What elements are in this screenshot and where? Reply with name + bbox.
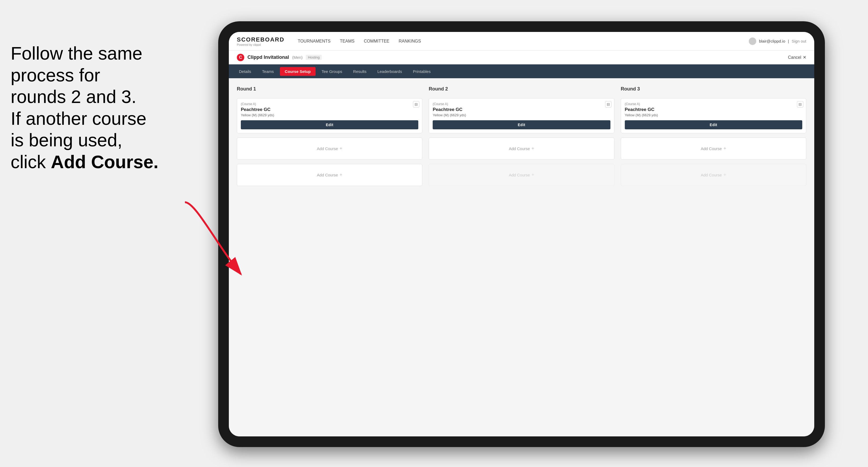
nav-links: TOURNAMENTS TEAMS COMMITTEE RANKINGS: [298, 39, 749, 44]
instruction-line4: If another course: [11, 108, 146, 128]
round-3-add-plus-2: +: [723, 172, 726, 178]
round-2-title: Round 2: [429, 86, 614, 92]
round-1-course-name: Peachtree GC: [241, 107, 418, 112]
sub-header: C Clippd Invitational (Men) Hosting Canc…: [229, 51, 814, 64]
round-2-delete-icon[interactable]: ⊟: [605, 101, 612, 107]
instruction-line5: is being used,: [11, 130, 122, 150]
nav-right: blair@clippd.io | Sign out: [749, 37, 806, 45]
nav-separator: |: [788, 39, 789, 43]
round-2-add-course-2: Add Course +: [429, 164, 614, 186]
round-2-course-card: ⊟ (Course A) Peachtree GC Yellow (M) (66…: [429, 98, 614, 133]
round-2-course-details: Yellow (M) (6629 yds): [433, 113, 610, 117]
top-navigation: SCOREBOARD Powered by clippd TOURNAMENTS…: [229, 32, 814, 51]
round-3-add-course-label-1: Add Course: [701, 146, 722, 151]
round-3-add-course-1[interactable]: Add Course +: [621, 137, 806, 160]
cancel-icon[interactable]: ✕: [803, 55, 806, 60]
user-avatar: [749, 37, 756, 45]
hosting-badge: Hosting: [306, 55, 322, 60]
round-2-course-name: Peachtree GC: [433, 107, 610, 112]
tab-results[interactable]: Results: [348, 67, 371, 76]
nav-committee[interactable]: COMMITTEE: [364, 39, 389, 44]
tab-printables[interactable]: Printables: [408, 67, 436, 76]
tournament-info: C Clippd Invitational (Men) Hosting: [237, 54, 322, 61]
round-3-course-label: (Course A): [625, 102, 802, 106]
round-1-add-plus-2: +: [340, 172, 342, 178]
instruction-line3: rounds 2 and 3.: [11, 87, 136, 107]
instruction-line1: Follow the same: [11, 43, 142, 63]
tournament-gender: (Men): [292, 55, 303, 60]
round-1-edit-button[interactable]: Edit: [241, 120, 418, 129]
rounds-container: Round 1 ⊟ (Course A) Peachtree GC Yellow…: [237, 86, 806, 186]
round-1-add-course-1[interactable]: Add Course +: [237, 137, 422, 160]
clippd-logo: C: [237, 54, 244, 61]
round-3-add-course-2: Add Course +: [621, 164, 806, 186]
round-1-add-course-label-1: Add Course: [317, 146, 338, 151]
round-2-add-plus-1: +: [531, 146, 534, 151]
round-1-course-label: (Course A): [241, 102, 418, 106]
round-2-column: Round 2 ⊟ (Course A) Peachtree GC Yellow…: [429, 86, 614, 186]
round-2-add-course-1[interactable]: Add Course +: [429, 137, 614, 160]
round-3-course-name: Peachtree GC: [625, 107, 802, 112]
round-1-delete-icon[interactable]: ⊟: [413, 101, 420, 107]
tab-bar: Details Teams Course Setup Tee Groups Re…: [229, 64, 814, 78]
round-1-title: Round 1: [237, 86, 422, 92]
round-3-title: Round 3: [621, 86, 806, 92]
round-1-add-course-2[interactable]: Add Course +: [237, 164, 422, 186]
round-3-column: Round 3 ⊟ (Course A) Peachtree GC Yellow…: [621, 86, 806, 186]
round-2-add-course-label-1: Add Course: [509, 146, 530, 151]
nav-rankings[interactable]: RANKINGS: [399, 39, 421, 44]
nav-teams[interactable]: TEAMS: [340, 39, 354, 44]
round-2-add-plus-2: +: [531, 172, 534, 178]
logo-area: SCOREBOARD Powered by clippd: [237, 36, 284, 46]
tab-leaderboards[interactable]: Leaderboards: [373, 67, 407, 76]
round-3-edit-button[interactable]: Edit: [625, 120, 802, 129]
tab-tee-groups[interactable]: Tee Groups: [317, 67, 347, 76]
logo-text: SCOREBOARD: [237, 36, 284, 43]
tablet-screen: SCOREBOARD Powered by clippd TOURNAMENTS…: [229, 32, 814, 436]
round-3-course-details: Yellow (M) (6629 yds): [625, 113, 802, 117]
cancel-area[interactable]: Cancel ✕: [788, 55, 806, 60]
clippd-letter: C: [239, 55, 242, 60]
tab-course-setup[interactable]: Course Setup: [280, 67, 316, 76]
tab-details[interactable]: Details: [234, 67, 256, 76]
instruction-panel: Follow the same process for rounds 2 and…: [0, 42, 186, 173]
round-1-column: Round 1 ⊟ (Course A) Peachtree GC Yellow…: [237, 86, 422, 186]
main-content: Round 1 ⊟ (Course A) Peachtree GC Yellow…: [229, 78, 814, 436]
round-1-course-details: Yellow (M) (6629 yds): [241, 113, 418, 117]
tablet-device: SCOREBOARD Powered by clippd TOURNAMENTS…: [218, 21, 825, 447]
tab-teams[interactable]: Teams: [257, 67, 279, 76]
tournament-name: Clippd Invitational: [247, 55, 289, 60]
instruction-bold: Add Course.: [51, 152, 158, 172]
cancel-label[interactable]: Cancel: [788, 55, 801, 60]
nav-tournaments[interactable]: TOURNAMENTS: [298, 39, 331, 44]
logo-sub: Powered by clippd: [237, 43, 284, 46]
round-1-add-course-label-2: Add Course: [317, 173, 338, 177]
instruction-line2: process for: [11, 65, 100, 85]
instruction-line6: click: [11, 152, 51, 172]
sign-out-link[interactable]: Sign out: [792, 39, 806, 43]
round-3-delete-icon[interactable]: ⊟: [797, 101, 803, 107]
user-email: blair@clippd.io: [759, 39, 785, 43]
round-2-course-label: (Course A): [433, 102, 610, 106]
round-1-add-plus-1: +: [340, 146, 342, 151]
round-3-add-course-label-2: Add Course: [701, 173, 722, 177]
round-2-edit-button[interactable]: Edit: [433, 120, 610, 129]
round-2-add-course-label-2: Add Course: [509, 173, 530, 177]
round-3-add-plus-1: +: [723, 146, 726, 151]
round-1-course-card: ⊟ (Course A) Peachtree GC Yellow (M) (66…: [237, 98, 422, 133]
round-3-course-card: ⊟ (Course A) Peachtree GC Yellow (M) (66…: [621, 98, 806, 133]
